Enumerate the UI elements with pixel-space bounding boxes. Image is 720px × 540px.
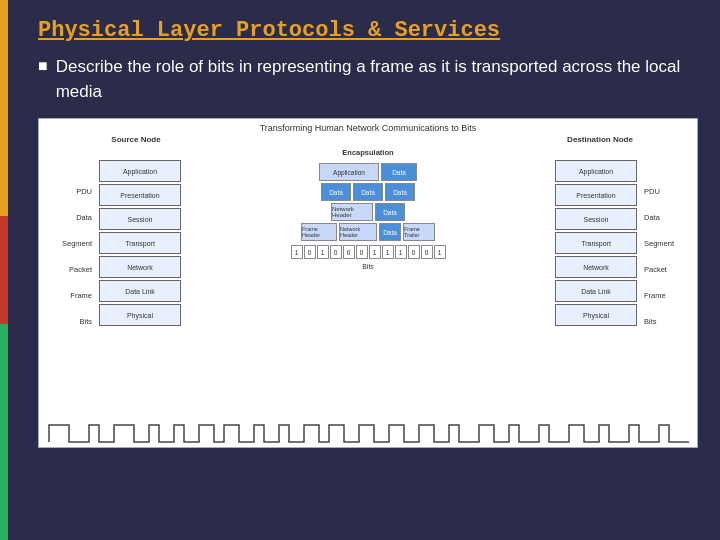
bit-4: 0 xyxy=(343,245,355,259)
enc-frame-trailer: Frame Trailer xyxy=(403,223,435,241)
diagram-title: Transforming Human Network Communication… xyxy=(39,119,697,135)
bit-11: 1 xyxy=(434,245,446,259)
pdu-left-4: Frame xyxy=(43,282,95,308)
enc-data-2c: Data xyxy=(385,183,415,201)
pdu-right-0: PDU xyxy=(641,178,693,204)
pdu-left-1: Data xyxy=(43,204,95,230)
dst-session: Session xyxy=(555,208,637,230)
bit-1: 0 xyxy=(304,245,316,259)
waveform-area xyxy=(39,417,697,447)
waveform-svg xyxy=(39,417,697,447)
dest-osi-stack: Application Presentation Session Transpo… xyxy=(551,148,641,448)
stack-arrows-right xyxy=(531,148,551,448)
accent-bar xyxy=(0,0,8,540)
dst-application: Application xyxy=(555,160,637,182)
pdu-left-5: Bits xyxy=(43,308,95,334)
bullet-section: ■ Describe the role of bits in represent… xyxy=(38,55,690,104)
bits-row: 1 0 1 0 0 0 1 1 1 0 0 1 xyxy=(291,245,446,259)
pdu-right-2: Segment xyxy=(641,230,693,256)
diagram-inner: PDU Data Segment Packet Frame Bits Appli… xyxy=(39,146,697,448)
src-datalink: Data Link xyxy=(99,280,181,302)
enc-data-3: Data xyxy=(375,203,405,221)
slide-title: Physical Layer Protocols & Services xyxy=(38,18,690,43)
source-node-label: Source Node xyxy=(91,135,181,144)
bit-0: 1 xyxy=(291,245,303,259)
dst-presentation: Presentation xyxy=(555,184,637,206)
source-osi-stack: Application Presentation Session Transpo… xyxy=(95,148,185,448)
bullet-text: Describe the role of bits in representin… xyxy=(56,55,690,104)
pdu-labels-right: PDU Data Segment Packet Frame Bits xyxy=(641,148,693,448)
src-physical: Physical xyxy=(99,304,181,326)
bit-3: 0 xyxy=(330,245,342,259)
dest-node-label: Destination Node xyxy=(555,135,645,144)
pdu-left-2: Segment xyxy=(43,230,95,256)
src-network: Network xyxy=(99,256,181,278)
encap-row-2: Data Data Data xyxy=(321,183,415,201)
enc-frame-header: Frame Header xyxy=(301,223,337,241)
pdu-right-4: Frame xyxy=(641,282,693,308)
dst-physical: Physical xyxy=(555,304,637,326)
bit-6: 1 xyxy=(369,245,381,259)
enc-data-2b: Data xyxy=(353,183,383,201)
bullet-item: ■ Describe the role of bits in represent… xyxy=(38,55,690,104)
bullet-icon: ■ xyxy=(38,57,48,75)
src-presentation: Presentation xyxy=(99,184,181,206)
bit-7: 1 xyxy=(382,245,394,259)
encap-row-3: Network Header Data xyxy=(331,203,405,221)
encap-area: Encapsulation Application Data Data Data… xyxy=(205,148,531,448)
pdu-right-1: Data xyxy=(641,204,693,230)
stack-arrows-left xyxy=(185,148,205,448)
bits-label: Bits xyxy=(362,263,374,270)
bit-5: 0 xyxy=(356,245,368,259)
enc-data-4: Data xyxy=(379,223,401,241)
encap-rows: Application Data Data Data Data Network … xyxy=(207,163,529,270)
dst-network: Network xyxy=(555,256,637,278)
src-transport: Transport xyxy=(99,232,181,254)
enc-network-header: Network Header xyxy=(331,203,373,221)
bit-9: 0 xyxy=(408,245,420,259)
src-application: Application xyxy=(99,160,181,182)
node-labels-row: Source Node Destination Node xyxy=(39,135,697,146)
pdu-left-3: Packet xyxy=(43,256,95,282)
pdu-labels-left: PDU Data Segment Packet Frame Bits xyxy=(43,148,95,448)
dst-transport: Transport xyxy=(555,232,637,254)
slide: Physical Layer Protocols & Services ■ De… xyxy=(0,0,720,540)
bit-8: 1 xyxy=(395,245,407,259)
enc-data-1: Data xyxy=(381,163,417,181)
pdu-right-3: Packet xyxy=(641,256,693,282)
encap-row-1: Application Data xyxy=(319,163,417,181)
bit-10: 0 xyxy=(421,245,433,259)
enc-nw-header2: Network Header xyxy=(339,223,377,241)
dst-datalink: Data Link xyxy=(555,280,637,302)
enc-application: Application xyxy=(319,163,379,181)
src-session: Session xyxy=(99,208,181,230)
diagram-container: Transforming Human Network Communication… xyxy=(38,118,698,448)
encap-title: Encapsulation xyxy=(342,148,393,157)
pdu-left-0: PDU xyxy=(43,178,95,204)
bit-2: 1 xyxy=(317,245,329,259)
enc-data-2a: Data xyxy=(321,183,351,201)
encap-row-4: Frame Header Network Header Data Frame T… xyxy=(301,223,435,241)
pdu-right-5: Bits xyxy=(641,308,693,334)
